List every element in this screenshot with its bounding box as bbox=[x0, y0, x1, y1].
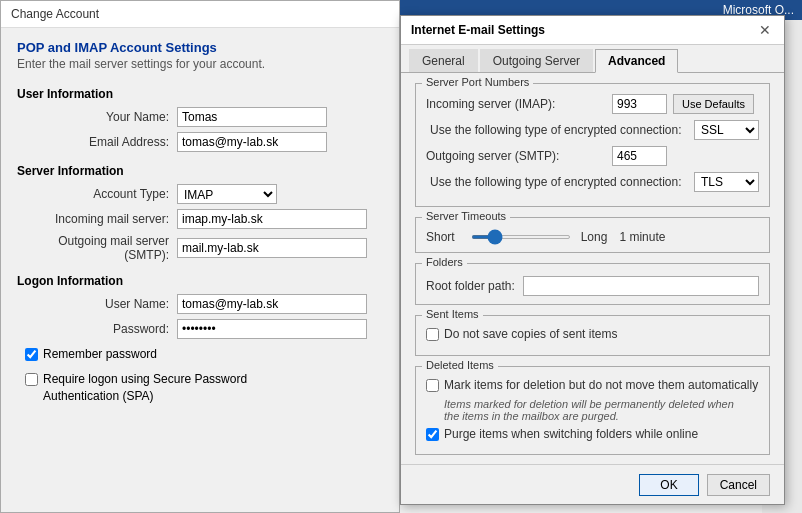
no-save-copies-checkbox[interactable] bbox=[426, 328, 439, 341]
password-input[interactable] bbox=[177, 319, 367, 339]
incoming-encryption-label: Use the following type of encrypted conn… bbox=[430, 123, 688, 137]
username-input[interactable] bbox=[177, 294, 367, 314]
ok-button[interactable]: OK bbox=[639, 474, 698, 496]
user-info-section-label: User Information bbox=[17, 87, 383, 101]
no-save-copies-label: Do not save copies of sent items bbox=[444, 326, 617, 343]
tab-outgoing-server[interactable]: Outgoing Server bbox=[480, 49, 593, 72]
outgoing-encryption-select[interactable]: None SSL TLS Auto bbox=[694, 172, 759, 192]
incoming-encryption-select[interactable]: SSL None TLS Auto bbox=[694, 120, 759, 140]
incoming-server-input[interactable] bbox=[177, 209, 367, 229]
password-label: Password: bbox=[17, 322, 177, 336]
spa-checkbox[interactable] bbox=[25, 373, 38, 386]
mark-deletion-label: Mark items for deletion but do not move … bbox=[444, 377, 758, 394]
dialog-tabs: General Outgoing Server Advanced bbox=[401, 45, 784, 73]
account-settings-header: POP and IMAP Account Settings bbox=[17, 40, 383, 55]
sent-items-title: Sent Items bbox=[422, 308, 483, 320]
dialog-content: Server Port Numbers Incoming server (IMA… bbox=[401, 73, 784, 461]
account-type-select[interactable]: IMAP POP3 bbox=[177, 184, 277, 204]
incoming-port-input[interactable] bbox=[612, 94, 667, 114]
email-input[interactable] bbox=[177, 132, 327, 152]
internet-email-settings-dialog: Internet E-mail Settings ✕ General Outgo… bbox=[400, 15, 785, 505]
long-label: Long bbox=[581, 230, 608, 244]
use-defaults-button[interactable]: Use Defaults bbox=[673, 94, 754, 114]
timeout-value: 1 minute bbox=[619, 230, 665, 244]
dialog-footer: OK Cancel bbox=[401, 464, 784, 504]
short-label: Short bbox=[426, 230, 455, 244]
name-label: Your Name: bbox=[17, 110, 177, 124]
outgoing-port-label: Outgoing server (SMTP): bbox=[426, 149, 606, 163]
server-timeouts-group: Server Timeouts Short Long 1 minute bbox=[415, 217, 770, 253]
purge-items-label: Purge items when switching folders while… bbox=[444, 426, 698, 443]
deletion-note: Items marked for deletion will be perman… bbox=[444, 398, 759, 422]
dialog-titlebar: Internet E-mail Settings ✕ bbox=[401, 16, 784, 45]
outgoing-server-label: Outgoing mail server (SMTP): bbox=[17, 234, 177, 262]
root-folder-input[interactable] bbox=[523, 276, 759, 296]
server-port-numbers-title: Server Port Numbers bbox=[422, 76, 533, 88]
server-port-numbers-group: Server Port Numbers Incoming server (IMA… bbox=[415, 83, 770, 207]
tab-advanced[interactable]: Advanced bbox=[595, 49, 678, 73]
outgoing-port-input[interactable] bbox=[612, 146, 667, 166]
spa-row: Require logon using Secure Password Auth… bbox=[17, 371, 383, 405]
outgoing-server-input[interactable] bbox=[177, 238, 367, 258]
server-info-section-label: Server Information bbox=[17, 164, 383, 178]
timeout-slider[interactable] bbox=[471, 235, 571, 239]
logon-info-section-label: Logon Information bbox=[17, 274, 383, 288]
folders-group: Folders Root folder path: bbox=[415, 263, 770, 305]
outgoing-encryption-label: Use the following type of encrypted conn… bbox=[430, 175, 688, 189]
sent-items-group: Sent Items Do not save copies of sent it… bbox=[415, 315, 770, 356]
bg-window-titlebar: Change Account bbox=[1, 1, 399, 28]
spa-label: Require logon using Secure Password Auth… bbox=[43, 371, 273, 405]
remember-password-checkbox[interactable] bbox=[25, 348, 38, 361]
change-account-window: Change Account POP and IMAP Account Sett… bbox=[0, 0, 400, 513]
folders-title: Folders bbox=[422, 256, 467, 268]
remember-password-row: Remember password bbox=[17, 347, 383, 361]
incoming-server-label: Incoming mail server: bbox=[17, 212, 177, 226]
tab-general[interactable]: General bbox=[409, 49, 478, 72]
email-label: Email Address: bbox=[17, 135, 177, 149]
purge-items-checkbox[interactable] bbox=[426, 428, 439, 441]
deleted-items-group: Deleted Items Mark items for deletion bu… bbox=[415, 366, 770, 456]
account-type-label: Account Type: bbox=[17, 187, 177, 201]
root-folder-label: Root folder path: bbox=[426, 279, 515, 293]
incoming-port-label: Incoming server (IMAP): bbox=[426, 97, 606, 111]
mark-deletion-checkbox[interactable] bbox=[426, 379, 439, 392]
dialog-close-button[interactable]: ✕ bbox=[756, 21, 774, 39]
dialog-title: Internet E-mail Settings bbox=[411, 23, 545, 37]
username-label: User Name: bbox=[17, 297, 177, 311]
account-settings-subheader: Enter the mail server settings for your … bbox=[17, 57, 383, 71]
remember-password-label: Remember password bbox=[43, 347, 157, 361]
cancel-button[interactable]: Cancel bbox=[707, 474, 770, 496]
name-input[interactable] bbox=[177, 107, 327, 127]
deleted-items-title: Deleted Items bbox=[422, 359, 498, 371]
bg-window-title: Change Account bbox=[11, 7, 99, 21]
server-timeouts-title: Server Timeouts bbox=[422, 210, 510, 222]
